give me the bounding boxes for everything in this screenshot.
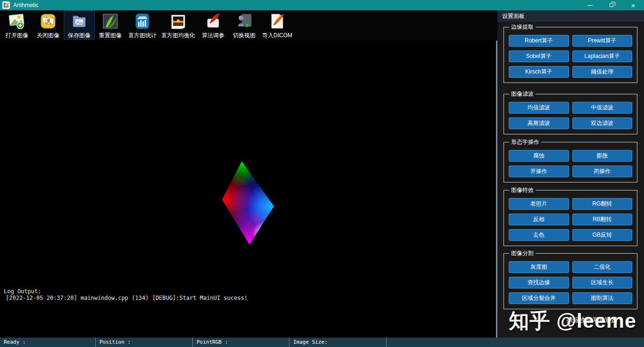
group-2: 形态学操作腐蚀膨胀开操作闭操作	[504, 142, 637, 182]
panel-button-1-3[interactable]: 双边滤波	[572, 117, 633, 129]
panel-button-4-1[interactable]: 二值化	[572, 261, 633, 273]
reset-image-icon	[101, 12, 120, 31]
close-button[interactable]: ×	[622, 0, 644, 10]
statusbar: Ready :Position :PointRGB :Image Size:	[0, 338, 644, 347]
image-canvas[interactable]	[0, 41, 496, 338]
panel-button-3-4[interactable]: 去色	[509, 229, 569, 241]
panel-button-2-0[interactable]: 腐蚀	[509, 150, 569, 162]
panel-button-1-1[interactable]: 中值滤波	[572, 102, 633, 114]
panel-button-2-2[interactable]: 开操作	[509, 165, 569, 177]
toolbar-item-label: 直方图均衡化	[161, 32, 195, 40]
window-controls: ×	[579, 0, 644, 10]
group-title: 边缘提取	[509, 24, 536, 31]
panel-button-4-0[interactable]: 灰度图	[509, 261, 569, 273]
import-dicom-icon	[268, 12, 287, 31]
panel-button-0-4[interactable]: Kirsch算子	[509, 66, 569, 78]
log-output-header: Log Output:	[4, 288, 41, 295]
panel-button-4-4[interactable]: 区域分裂合并	[509, 292, 569, 304]
histogram-stats-icon	[133, 12, 152, 31]
toolbar-item-0[interactable]: 打开图像	[1, 10, 33, 40]
close-icon: ×	[631, 2, 636, 9]
panel-button-0-1[interactable]: Prewitt算子	[572, 35, 633, 47]
panel-button-3-0[interactable]: 老照片	[509, 198, 569, 210]
group-button-grid: 老照片RG翻转反相RB翻转去色GB反转	[509, 198, 632, 241]
toolbar-item-8[interactable]: 导入DICOM	[260, 10, 295, 40]
toolbar-item-5[interactable]: 直方图均衡化	[159, 10, 198, 40]
titlebar: Arithmetic ×	[0, 0, 644, 10]
panel-button-2-3[interactable]: 闭操作	[572, 165, 633, 177]
panel-button-3-1[interactable]: RG翻转	[572, 198, 633, 210]
statusbar-cell-2: PointRGB :	[193, 338, 289, 347]
group-title: 图像分割	[509, 250, 536, 257]
rgb-color-cube-image	[222, 161, 274, 245]
algorithm-tune-icon	[204, 12, 223, 31]
minimize-button[interactable]	[579, 0, 601, 10]
panel-button-0-5[interactable]: 阈值处理	[572, 66, 633, 78]
toolbar-item-2[interactable]: 保存图像	[64, 10, 95, 40]
panel-button-2-1[interactable]: 膨胀	[572, 150, 633, 162]
panel-button-1-2[interactable]: 高斯滤波	[509, 117, 569, 129]
toolbar-item-1[interactable]: 关闭图像	[33, 10, 64, 40]
panel-button-0-0[interactable]: Robert算子	[509, 35, 569, 47]
panel-button-3-3[interactable]: RB翻转	[572, 214, 633, 225]
log-output-line: [2022-12-05 20:37:20] mainwindow.cpp (13…	[6, 295, 248, 301]
panel-button-4-3[interactable]: 区域生长	[572, 277, 633, 289]
panel-button-0-2[interactable]: Sobel算子	[509, 50, 569, 62]
group-4: 图像分割灰度图二值化查找边缘区域生长区域分裂合并图割算法	[504, 253, 637, 309]
histogram-equalize-icon	[169, 12, 188, 31]
panel-button-4-5[interactable]: 图割算法	[572, 292, 633, 304]
group-button-grid: 灰度图二值化查找边缘区域生长区域分裂合并图割算法	[509, 261, 632, 304]
toolbar-item-label: 重置图像	[99, 32, 122, 40]
group-3: 图像特效老照片RG翻转反相RB翻转去色GB反转	[504, 190, 637, 246]
open-image-icon	[8, 12, 26, 31]
toolbar-item-4[interactable]: 直方图统计	[126, 10, 159, 40]
group-button-grid: 均值滤波中值滤波高斯滤波双边滤波	[509, 102, 632, 129]
window-title: Arithmetic	[13, 2, 38, 8]
toolbar-item-6[interactable]: 算法调参	[198, 10, 229, 40]
save-image-icon	[70, 12, 89, 31]
panel-button-3-2[interactable]: 反相	[509, 214, 569, 225]
toolbar-item-label: 保存图像	[68, 32, 91, 40]
minimize-icon	[587, 5, 593, 6]
settings-panel: 设置面板 边缘提取Robert算子Prewitt算子Sobel算子Laplaci…	[497, 10, 644, 338]
toolbar-item-label: 切换视图	[233, 32, 256, 40]
panel-button-1-0[interactable]: 均值滤波	[509, 102, 569, 114]
group-1: 图像滤波均值滤波中值滤波高斯滤波双边滤波	[504, 94, 637, 134]
app-window: Arithmetic × 打开图像关闭图像保存图像重置图像直方图统计直方图均衡化…	[0, 0, 644, 347]
toolbar-item-label: 算法调参	[202, 32, 224, 40]
settings-panel-title: 设置面板	[497, 10, 644, 22]
group-0: 边缘提取Robert算子Prewitt算子Sobel算子Laplacian算子K…	[504, 27, 637, 83]
statusbar-cell-0: Ready :	[0, 338, 96, 347]
panel-button-4-2[interactable]: 查找边缘	[509, 277, 569, 289]
switch-view-icon	[235, 12, 254, 31]
panel-button-3-5[interactable]: GB反转	[572, 229, 633, 241]
group-button-grid: 腐蚀膨胀开操作闭操作	[509, 150, 632, 177]
statusbar-cell-1: Position :	[96, 338, 193, 347]
panel-button-0-3[interactable]: Laplacian算子	[572, 50, 633, 62]
close-image-icon	[39, 12, 58, 31]
toolbar-item-label: 直方图统计	[128, 32, 157, 40]
statusbar-cell-3: Image Size:	[289, 338, 387, 347]
group-title: 形态学操作	[509, 139, 541, 146]
watermark: 知乎 @leeme	[509, 307, 636, 335]
toolbar-item-3[interactable]: 重置图像	[95, 10, 126, 40]
toolbar-item-label: 导入DICOM	[262, 32, 292, 40]
toolbar-item-7[interactable]: 切换视图	[229, 10, 260, 40]
group-button-grid: Robert算子Prewitt算子Sobel算子Laplacian算子Kirsc…	[509, 35, 632, 78]
toolbar-item-label: 关闭图像	[37, 32, 59, 40]
group-title: 图像特效	[509, 187, 536, 194]
group-title: 图像滤波	[509, 91, 536, 98]
maximize-button[interactable]	[601, 0, 622, 10]
restore-icon	[610, 3, 613, 7]
toolbar-item-label: 打开图像	[6, 32, 28, 40]
app-logo-icon	[2, 1, 10, 9]
